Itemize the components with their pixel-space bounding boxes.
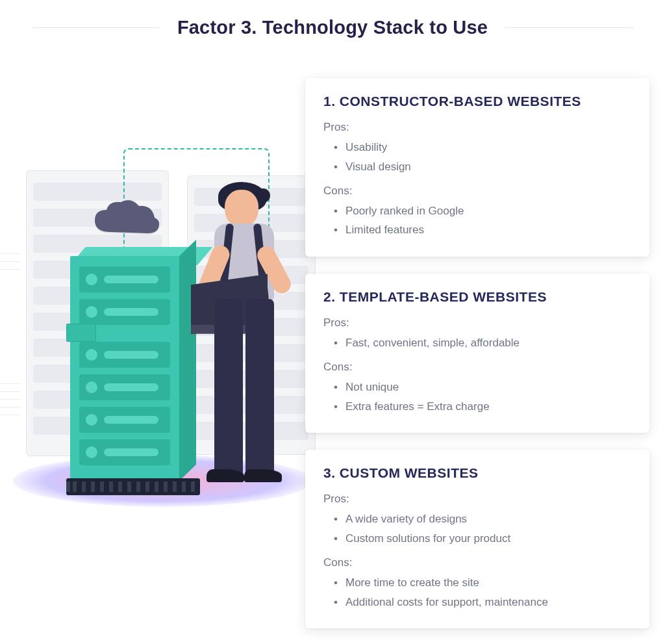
heading-row: Factor 3. Technology Stack to Use [0,0,665,38]
cons-list: More time to create the site Additional … [334,573,631,612]
pros-label: Pros: [323,493,631,506]
list-item: Additional costs for support, maintenanc… [334,593,631,612]
card-title: 1. CONSTRUCTOR-BASED WEBSITES [323,94,631,109]
list-item: Extra features = Extra charge [334,397,631,417]
pros-label: Pros: [323,121,631,134]
card-title: 3. CUSTOM WEBSITES [323,465,631,481]
server-main [70,247,197,494]
card-template-based: 2. TEMPLATE-BASED WEBSITES Pros: Fast, c… [305,274,649,433]
pros-list: Usability Visual design [334,138,631,177]
illustration [0,156,325,520]
list-item: Usability [334,138,631,157]
person-with-laptop [195,182,299,494]
pros-label: Pros: [323,316,631,329]
list-item: Fast, convenient, simple, affordable [334,333,631,353]
rule-right [506,27,633,28]
pros-list: Fast, convenient, simple, affordable [334,333,631,353]
rule-left [32,27,159,28]
card-custom-websites: 3. CUSTOM WEBSITES Pros: A wide variety … [305,450,649,628]
card-title: 2. TEMPLATE-BASED WEBSITES [323,289,631,305]
list-item: Not unique [334,378,631,397]
cons-list: Not unique Extra features = Extra charge [334,378,631,417]
cards-column: 1. CONSTRUCTOR-BASED WEBSITES Pros: Usab… [305,78,649,628]
server-drawer [66,324,96,342]
list-item: Custom solutions for your product [334,529,631,548]
cons-label: Cons: [323,361,631,374]
cons-label: Cons: [323,185,631,198]
pros-list: A wide variety of designs Custom solutio… [334,509,631,548]
list-item: More time to create the site [334,573,631,593]
list-item: Poorly ranked in Google [334,201,631,221]
cons-list: Poorly ranked in Google Limited features [334,201,631,240]
cloud-icon [91,198,162,238]
list-item: Limited features [334,220,631,240]
list-item: A wide variety of designs [334,509,631,529]
card-constructor-based: 1. CONSTRUCTOR-BASED WEBSITES Pros: Usab… [305,78,649,257]
cons-label: Cons: [323,556,631,569]
list-item: Visual design [334,157,631,177]
page-title: Factor 3. Technology Stack to Use [177,17,488,38]
